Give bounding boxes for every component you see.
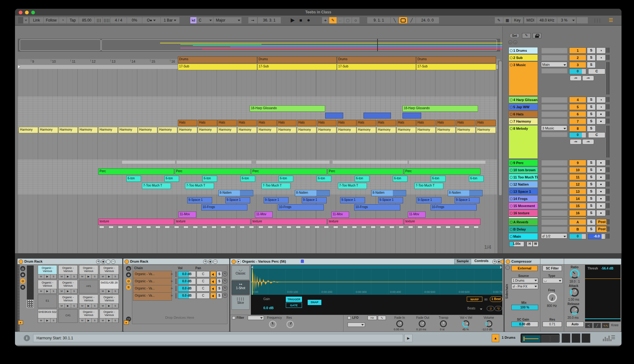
threshold-line[interactable] — [585, 279, 621, 279]
waveform-scroll-thumb[interactable] — [253, 265, 500, 269]
fade-in-value[interactable]: 0.00 ms — [394, 328, 404, 331]
track-number[interactable]: 7 — [569, 118, 586, 124]
arrangement-clip[interactable]: Harmony — [19, 127, 38, 133]
arrangement-clip[interactable]: 9-Space 1 — [225, 197, 250, 203]
solo-button[interactable]: S — [587, 210, 596, 216]
chain-list-icon[interactable]: ≣ — [20, 285, 25, 290]
group-route-select[interactable]: 3 Music — [541, 125, 567, 131]
pad-play-icon[interactable]: ▶ — [106, 289, 112, 293]
scroll-left-handle[interactable] — [251, 266, 253, 269]
pad-solo-button[interactable]: S — [92, 318, 98, 323]
chain-hot-swap-icon[interactable]: ⟲ — [222, 279, 227, 284]
zoom-width-button[interactable]: W — [533, 241, 539, 247]
arrangement-clip[interactable]: Harmony — [377, 127, 396, 133]
clip-fragment[interactable] — [380, 226, 385, 228]
arrangement-clip[interactable]: 6-ton — [279, 176, 293, 182]
chain-speaker-button[interactable] — [210, 293, 216, 299]
solo-button[interactable]: S — [587, 203, 596, 209]
warp-double-button[interactable]: *2 — [495, 306, 502, 311]
drum-pad[interactable]: E1 — [38, 294, 57, 308]
arrangement-clip[interactable]: 7-Too Much T — [185, 183, 214, 189]
warp-size-button[interactable]: 1 Beat — [490, 296, 502, 302]
punch-in-button[interactable]: ╲ — [391, 17, 399, 23]
clip-fragment[interactable] — [118, 226, 123, 228]
track-name-12[interactable]: 12 Natten — [509, 181, 538, 188]
main-track-name[interactable]: Main — [509, 233, 538, 240]
arrangement-clip[interactable]: Perc — [251, 168, 327, 175]
ratio-value[interactable]: 18.0 : 1 — [569, 280, 580, 283]
add-locator-button[interactable]: + — [322, 17, 329, 23]
info-icon[interactable]: i — [24, 335, 30, 341]
device-on-icon[interactable] — [124, 260, 129, 264]
bar-number[interactable]: 10 — [52, 60, 56, 63]
freq-value[interactable]: 800 Hz — [547, 304, 557, 308]
clip-fragment[interactable] — [361, 226, 366, 228]
track-number[interactable]: 15 — [569, 203, 586, 209]
track-name-1[interactable]: 1 Drums — [509, 47, 538, 54]
group-fold-area-melody[interactable] — [18, 159, 497, 194]
arrangement-clip[interactable]: Harmony — [118, 127, 138, 133]
thumb-device-3[interactable] — [572, 333, 580, 343]
track-number[interactable]: 12 — [569, 181, 586, 187]
draw-mode-button[interactable]: ✎ — [495, 17, 503, 23]
track-name-15[interactable]: 15 Movement — [509, 202, 538, 209]
track-number[interactable]: 5 — [569, 104, 586, 110]
track-name-6[interactable]: 6 Hats — [509, 111, 538, 118]
pad-solo-button[interactable]: S — [92, 304, 98, 308]
solo-button[interactable]: S — [587, 118, 596, 124]
arrangement-clip[interactable]: 7-Too Much T — [142, 183, 171, 189]
pad-play-icon[interactable]: ▶ — [65, 274, 71, 279]
arrangement-clip[interactable]: 9-Space 1 — [340, 197, 365, 203]
chain-list-icon[interactable]: ≣ — [126, 285, 131, 290]
thumb-device-4[interactable] — [582, 333, 590, 343]
fade-out-value[interactable]: 0.10 ms — [416, 328, 426, 331]
chain-drag-handle[interactable] — [175, 293, 177, 298]
arrangement-clip[interactable]: Hats — [217, 120, 237, 126]
chain-row[interactable]: Organic - Va...▶0.0 dBCS⟲ — [133, 292, 227, 299]
arrangement-clip[interactable]: 11-Mov — [255, 211, 273, 218]
pad-mute-button[interactable]: M — [79, 318, 85, 323]
pad-play-icon[interactable]: ▶ — [65, 289, 71, 293]
zoom-height-button[interactable]: H — [527, 241, 533, 247]
chain-play-icon[interactable]: ▶ — [171, 294, 173, 297]
chain-pan-field[interactable]: C — [197, 278, 210, 284]
track-name-3[interactable]: 3 Music — [509, 61, 538, 96]
link-button[interactable]: Link — [30, 17, 43, 23]
sidechain-toggle-icon[interactable] — [505, 265, 510, 270]
pad-mute-button[interactable]: M — [38, 274, 44, 279]
arrangement-clip[interactable]: 9-Space 1 — [187, 197, 212, 203]
swing-amount-field[interactable]: 0% — [127, 17, 142, 23]
thresh-value[interactable]: -56.4 dB — [601, 267, 613, 270]
arrangement-clip[interactable]: 9-Space 1 — [378, 197, 403, 203]
loop-length-field[interactable]: 24. 0. 0 — [416, 17, 439, 23]
more-options-icon[interactable]: ⋯ — [111, 260, 115, 264]
arrangement-clip[interactable]: 11-Mov — [331, 211, 349, 218]
vol-vel-value[interactable]: 45 % — [462, 328, 469, 331]
filter-type-select[interactable] — [248, 316, 264, 320]
chain-speaker-button[interactable] — [210, 285, 216, 292]
chain-solo-button[interactable]: S — [217, 293, 222, 299]
arrangement-clip[interactable]: 17-Sub — [416, 64, 496, 70]
chain-hot-swap-icon[interactable]: ⟲ — [222, 271, 227, 276]
drum-pad[interactable]: A#1 — [79, 280, 98, 294]
arrangement-clip[interactable]: Harmony — [98, 127, 118, 133]
warp-mode-select[interactable]: Beats — [467, 307, 476, 310]
chain-pan-field[interactable]: C — [197, 293, 210, 299]
chain-name[interactable]: Organic - Va... — [133, 292, 172, 301]
pad-solo-button[interactable]: S — [71, 289, 77, 293]
drum-pad[interactable]: Organic - VariousM▶S — [58, 265, 78, 279]
pad-play-icon[interactable]: ▶ — [85, 318, 92, 323]
pad-solo-button[interactable]: S — [112, 274, 119, 279]
solo-button[interactable]: S — [587, 174, 596, 180]
group-fold-area-music[interactable] — [18, 96, 497, 131]
snap-button[interactable]: SNAP — [308, 300, 321, 305]
pad-mute-button[interactable]: M — [100, 274, 106, 279]
pad-play-icon[interactable]: ▶ — [44, 274, 51, 279]
follow-playhead-button[interactable]: ➞ — [248, 17, 257, 23]
chain-row[interactable]: Organic - Va...▶0.0 dBCS⟲ — [133, 285, 227, 292]
chain-hot-swap-icon[interactable]: ⟲ — [222, 293, 227, 298]
pad-play-icon[interactable]: ▶ — [65, 304, 71, 308]
monitor-button[interactable]: ● — [596, 210, 606, 216]
pad-solo-button[interactable]: S — [51, 318, 57, 323]
track-name-5[interactable]: 5 Jap WW — [509, 104, 538, 110]
